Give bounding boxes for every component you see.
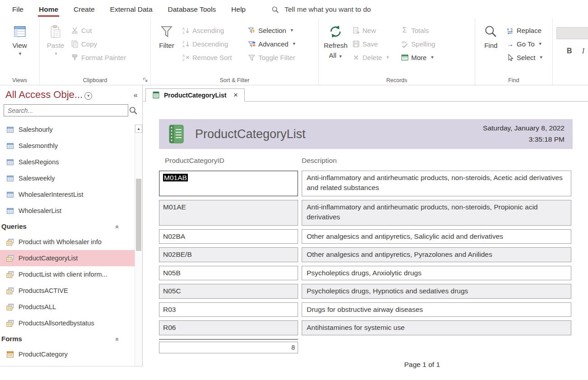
category-id-cell[interactable]: R03 [159, 302, 298, 317]
nav-table-saleshourly[interactable]: Saleshourly [0, 121, 135, 138]
nav-search-input[interactable] [4, 104, 128, 116]
replace-button[interactable]: Replace [504, 23, 546, 37]
nav-table-salesweekly[interactable]: Salesweekly [0, 170, 135, 186]
collapse-section-icon[interactable]: « [114, 225, 121, 228]
category-id-cell[interactable]: M01AE [159, 200, 298, 226]
cut-button[interactable]: Cut [69, 23, 128, 37]
description-cell[interactable]: Other analgesics and antipyretics, Salic… [302, 229, 571, 244]
copy-button[interactable]: Copy [69, 37, 128, 51]
nav-section-queries[interactable]: Queries « [0, 219, 135, 234]
scroll-up-arrow-icon[interactable]: ▲ [135, 125, 142, 133]
group-label-views: Views [0, 77, 39, 83]
nav-table-salesmonthly[interactable]: Salesmonthly [0, 138, 135, 154]
report-row: M01AE Anti-inflammatory and antirheumati… [159, 200, 583, 226]
totals-label: Totals [411, 27, 429, 34]
shutter-bar-collapse-icon[interactable]: « [134, 91, 137, 100]
document-area: ProductCategoryList ✕ ProductCategoryLis… [143, 85, 588, 380]
spelling-button[interactable]: Spelling [399, 37, 438, 51]
collapse-section-icon[interactable]: « [114, 338, 121, 340]
tab-database-tools[interactable]: Database Tools [160, 0, 224, 19]
remove-sort-button[interactable]: Remove Sort [180, 51, 246, 64]
ascending-button[interactable]: Ascending [180, 23, 246, 37]
ribbon-group-sort-filter: Filter Ascending Descending Remove Sort … [151, 19, 319, 85]
nav-query-productcategorylist[interactable]: ProductCategoryList [0, 250, 135, 266]
tab-help[interactable]: Help [224, 0, 253, 19]
nav-item-label: ProductList with client inform... [19, 271, 107, 278]
nav-pane-title[interactable]: All Access Obje... [5, 89, 83, 101]
new-record-icon [352, 27, 360, 34]
find-button[interactable]: Find [478, 22, 504, 51]
new-record-button[interactable]: New [350, 23, 399, 37]
query-icon [6, 271, 14, 278]
toggle-filter-button[interactable]: Toggle Filter [246, 51, 299, 64]
nav-form-productcategory[interactable]: ProductCategory [0, 346, 135, 362]
nav-query-productsactive[interactable]: ProductsACTIVE [0, 283, 135, 299]
sort-descending-icon [182, 40, 190, 48]
description-cell[interactable]: Other analgesics and antipyretics, Pyraz… [302, 247, 571, 262]
nav-table-wholesalerlist[interactable]: WholesalerList [0, 203, 135, 219]
nav-item-label: Saleshourly [19, 126, 53, 133]
nav-query-productsall[interactable]: ProductsALL [0, 299, 135, 315]
goto-dropdown-arrow: ▼ [538, 42, 542, 46]
nav-query-productsallsortedbystatus[interactable]: ProductsAllsortedbystatus [0, 315, 135, 331]
filter-button[interactable]: Filter [154, 22, 180, 51]
more-button[interactable]: More ▼ [399, 51, 438, 64]
descending-button[interactable]: Descending [180, 37, 246, 51]
tab-home[interactable]: Home [31, 0, 66, 19]
category-id-cell[interactable]: N05C [159, 284, 298, 298]
group-label-find: Find [475, 77, 552, 83]
view-button[interactable]: View ▼ [7, 22, 33, 57]
totals-button[interactable]: Σ Totals [399, 23, 438, 37]
nav-query-productlist-with-client-info[interactable]: ProductList with client inform... [0, 266, 135, 283]
category-id-cell[interactable]: M01AB [159, 171, 298, 196]
tab-file[interactable]: File [5, 0, 31, 19]
tab-create[interactable]: Create [66, 0, 103, 19]
advanced-label: Advanced [258, 40, 289, 48]
selection-dropdown-arrow: ▼ [290, 28, 294, 32]
description-cell[interactable]: Antihistamines for systemic use [302, 320, 571, 335]
nav-scrollbar-thumb[interactable] [136, 179, 141, 251]
save-record-button[interactable]: Save [350, 37, 399, 51]
nav-section-forms[interactable]: Forms « [0, 331, 135, 346]
select-button[interactable]: Select ▼ [504, 51, 546, 64]
nav-table-salesregions[interactable]: SalesRegions [0, 154, 135, 170]
goto-button[interactable]: → Go To ▼ [504, 37, 546, 51]
description-cell[interactable]: Drugs for obstructive airway diseases [302, 302, 571, 317]
font-name-combo[interactable] [556, 27, 588, 39]
description-cell[interactable]: Psycholeptics drugs, Anxiolytic drugs [302, 266, 571, 280]
view-dropdown-arrow: ▼ [18, 51, 22, 56]
refresh-all-button[interactable]: Refresh All ▼ [322, 22, 350, 61]
paste-button[interactable]: Paste ▼ [42, 22, 69, 57]
advanced-button[interactable]: Advanced ▼ [246, 37, 299, 51]
format-painter-button[interactable]: Format Painter [69, 51, 128, 64]
view-icon [13, 23, 27, 40]
table-icon [6, 142, 14, 150]
category-id-cell[interactable]: N02BA [159, 229, 298, 244]
nav-query-product-with-wholesaler-info[interactable]: Product with Wholesaler info [0, 234, 135, 250]
tab-external-data[interactable]: External Data [103, 0, 160, 19]
nav-scrollbar[interactable]: ▲ [135, 125, 142, 366]
italic-button[interactable]: I [582, 47, 584, 55]
category-id-cell[interactable]: N05B [159, 266, 298, 280]
bold-button[interactable]: B [567, 47, 572, 55]
paste-icon [48, 23, 63, 40]
report-time: 3:35:18 PM [483, 134, 565, 145]
close-tab-icon[interactable]: ✕ [233, 92, 238, 98]
totals-sigma-icon: Σ [401, 26, 409, 34]
nav-search-icon[interactable] [129, 106, 138, 115]
nav-category-dropdown-icon[interactable]: ▼ [84, 92, 92, 100]
category-id-cell[interactable]: R06 [159, 320, 298, 335]
selection-button[interactable]: Selection ▼ [246, 23, 299, 37]
report-row: R06 Antihistamines for systemic use [159, 320, 583, 335]
tell-me-box[interactable]: Tell me what you want to do [271, 5, 371, 14]
document-tab-productcategorylist[interactable]: ProductCategoryList ✕ [145, 88, 245, 102]
clipboard-dialog-launcher-icon[interactable] [143, 77, 148, 83]
advanced-filter-icon [248, 40, 256, 48]
category-id-cell[interactable]: N02BE/B [159, 247, 298, 262]
delete-record-button[interactable]: Delete ▼ [350, 51, 399, 64]
nav-table-wholesalerinterestlist[interactable]: WholesalerInterestList [0, 186, 135, 203]
description-cell[interactable]: Psycholeptics drugs, Hypnotics and sedat… [302, 284, 571, 298]
description-cell[interactable]: Anti-inflammatory and antirheumatic prod… [302, 200, 571, 226]
report-header-band[interactable]: ProductCategoryList Saturday, January 8,… [159, 119, 573, 149]
description-cell[interactable]: Anti-inflammatory and antirheumatic prod… [302, 171, 571, 196]
